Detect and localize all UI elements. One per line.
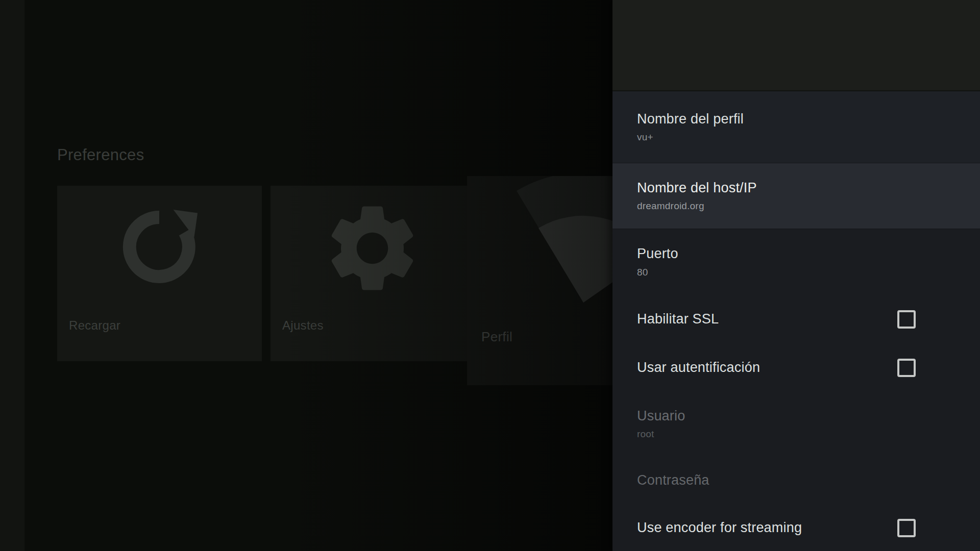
- setting-enable-ssl[interactable]: Habilitar SSL: [612, 295, 980, 343]
- tile-label: Recargar: [69, 318, 120, 333]
- tile-ajustes[interactable]: Ajustes: [271, 186, 475, 361]
- encoder-checkbox[interactable]: [897, 519, 916, 537]
- preferences-page: Preferences Recargar Ajustes Perfil: [0, 0, 612, 551]
- setting-label: Nombre del host/IP: [637, 180, 980, 196]
- setting-label: Puerto: [637, 246, 980, 262]
- reload-icon: [118, 206, 200, 288]
- setting-label: Contraseña: [637, 472, 980, 488]
- setting-use-encoder[interactable]: Use encoder for streaming: [612, 505, 980, 551]
- setting-password-disabled: Contraseña: [612, 456, 980, 505]
- page-title: Preferences: [57, 146, 144, 164]
- ssl-checkbox[interactable]: [897, 310, 916, 329]
- setting-label: Usuario: [637, 408, 980, 424]
- setting-label: Usar autentificación: [637, 360, 760, 375]
- gear-icon: [320, 196, 425, 300]
- tile-recargar[interactable]: Recargar: [57, 186, 262, 361]
- setting-value: 80: [637, 267, 980, 278]
- setting-profile-name[interactable]: Nombre del perfil vu+: [612, 91, 980, 163]
- setting-value: vu+: [637, 132, 980, 143]
- setting-use-authentication[interactable]: Usar autentificación: [612, 343, 980, 392]
- tile-label: Perfil: [481, 329, 512, 345]
- setting-user-disabled: Usuario root: [612, 392, 980, 456]
- setting-label: Habilitar SSL: [637, 311, 719, 327]
- left-edge-strip: [0, 0, 24, 551]
- setting-value: dreamdroid.org: [637, 201, 980, 212]
- setting-label: Use encoder for streaming: [637, 520, 802, 536]
- screen: Preferences Recargar Ajustes Perfil: [0, 0, 980, 551]
- setting-value: root: [637, 429, 980, 440]
- panel-header-area: [612, 0, 980, 91]
- tile-label: Ajustes: [282, 318, 324, 333]
- setting-host-name[interactable]: Nombre del host/IP dreamdroid.org: [612, 163, 980, 229]
- setting-label: Nombre del perfil: [637, 111, 980, 127]
- setting-port[interactable]: Puerto 80: [612, 229, 980, 295]
- profile-settings-panel: Nombre del perfil vu+ Nombre del host/IP…: [612, 0, 980, 551]
- authentication-checkbox[interactable]: [897, 359, 916, 377]
